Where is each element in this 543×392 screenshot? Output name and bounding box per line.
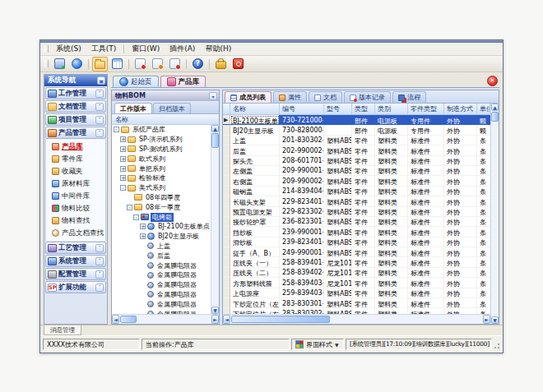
toolbar-monitor-button[interactable] [52, 57, 67, 71]
column-header-类别[interactable]: 类别 [375, 104, 408, 114]
toolbar-doc-import-button[interactable] [150, 57, 165, 71]
tree-scroll-thumb[interactable] [211, 133, 219, 148]
tree-hscroll-thumb[interactable] [120, 316, 137, 323]
expand-icon[interactable]: + [140, 224, 146, 229]
table-row[interactable]: 提手（A、B）249-990001-01E塑料ABS零件塑料类标准件外协条 [223, 247, 490, 257]
bom-tab-工作版本[interactable]: 工作版本 [114, 103, 152, 113]
table-row[interactable]: 预置电源支架229-823302-00E塑料ABS零件塑料类标准件外协条 [223, 207, 490, 217]
sidebar-item-零件库[interactable]: 零件库 [46, 153, 105, 165]
sidebar-section-文档管理[interactable]: 文档管理˅ [45, 100, 106, 113]
menu-item-4[interactable]: 帮助(H) [200, 43, 236, 55]
expand-icon[interactable]: + [120, 146, 126, 152]
column-header-制造方式[interactable]: 制造方式 [444, 104, 477, 114]
chevron-down-icon[interactable]: ˅ [95, 244, 104, 252]
grid-horizontal-scrollbar[interactable]: ◄ ► [223, 314, 490, 324]
message-manager-tab[interactable]: 消息管理 [44, 325, 81, 335]
expand-icon[interactable]: + [120, 136, 126, 142]
sidebar-section-工作管理[interactable]: 工作管理˅ [45, 87, 106, 99]
grid-hscroll-thumb[interactable] [231, 316, 330, 323]
bom-tab-归档版本[interactable]: 归档版本 [153, 103, 191, 113]
table-row[interactable]: 上电源座259-839403-00E塑料ABS零件塑料类标准件外协条 [223, 288, 490, 298]
sidebar-item-物料查找[interactable]: 物料查找 [46, 214, 105, 227]
chevron-down-icon[interactable]: ˅ [95, 90, 104, 98]
tree-node-金属膜电阻器[interactable]: 金属膜电阻器 [112, 261, 211, 270]
sidebar-item-产品文档查找[interactable]: 产品文档查找 [46, 227, 105, 239]
sidebar-section-扩展功能[interactable]: SP扩展功能˅ [45, 281, 106, 293]
sidebar-item-收藏夹[interactable]: 收藏夹 [46, 165, 105, 178]
tree-node-检验标准[interactable]: +检验标准 [112, 173, 211, 183]
nav-collapse-button[interactable]: ▣ [97, 76, 105, 85]
tree-horizontal-scrollbar[interactable]: ◄ ► [112, 314, 219, 324]
tree-node-BJ-2100主板单点[interactable]: +BJ-2100主板单点 [112, 222, 211, 232]
tree-node-后盖[interactable]: 后盖 [112, 251, 211, 261]
tree-node-08年四季度[interactable]: 08年四季度 [112, 193, 211, 203]
sidebar-section-项目管理[interactable]: 项目管理˅ [45, 113, 106, 126]
toolbar-lock-button[interactable] [213, 57, 229, 71]
table-row[interactable]: 长磁头支架229-823401-00E塑料ABS零件塑料类标准件外协条 [223, 196, 490, 206]
table-row[interactable]: BJ20主显示板730-828000-04E部件电源板专用件外协颗 [223, 125, 490, 135]
toolbar-exit-button[interactable] [230, 57, 246, 71]
grid-vertical-scrollbar[interactable]: ▲ ▼ [490, 104, 499, 324]
collapse-icon[interactable]: - [127, 205, 132, 210]
column-header-型号[interactable]: 型号 [324, 104, 352, 114]
table-row[interactable]: 挡纱板239-990001-01E塑料ABS零件塑料类标准件外协条 [223, 227, 490, 237]
tree-node-系统产品库[interactable]: -系统产品库 [112, 125, 211, 135]
tree-node-BJ20主显示板[interactable]: +BJ20主显示板 [112, 232, 211, 242]
table-row[interactable]: ▶BJ-2100主板单点730-721000-12E部件电源板专用件外协颗 [223, 115, 490, 125]
collapse-icon[interactable]: - [114, 127, 119, 132]
chevron-down-icon[interactable]: ˅ [95, 284, 104, 292]
collapse-icon[interactable]: - [133, 214, 139, 220]
column-header-编号[interactable]: 编号 [280, 104, 324, 114]
toolbar-globe-button[interactable] [69, 57, 85, 71]
column-header-零件类型[interactable]: 零件类型 [408, 104, 444, 114]
close-tab-icon[interactable]: ✕ [487, 76, 498, 86]
table-row[interactable]: 下纱定位片（左）283-830301-00E塑料ABS零件塑料类标准件外协条 [223, 298, 490, 308]
table-row[interactable]: 磁钢盖214-839404-01E塑料ABS零件塑料类标准件外协条 [223, 187, 490, 196]
table-row[interactable]: 后盖202-990002-01E塑料ABS零件塑料类标准件外协条 [223, 145, 490, 155]
tree-node-08年一季度[interactable]: -08年一季度 [112, 202, 211, 212]
resize-grip[interactable] [494, 339, 500, 349]
tree-node-金属膜电阻器[interactable]: 金属膜电阻器 [112, 280, 211, 290]
pin-icon[interactable]: ▾ [209, 92, 217, 100]
scroll-right-icon[interactable]: ► [211, 315, 219, 324]
chevron-down-icon[interactable]: ˅ [95, 103, 104, 111]
table-row[interactable]: 左侧盖209-990001-01E塑料ABS零件塑料类标准件外协条 [223, 166, 490, 176]
table-row[interactable]: 滑纱板239-823401-00E塑料ABS零件塑料类标准件外协条 [223, 238, 490, 247]
toolbar-help-button[interactable]: ? [190, 57, 206, 71]
menu-item-3[interactable]: 插件(A) [165, 43, 200, 55]
chevron-up-icon[interactable]: ˄ [95, 129, 104, 137]
expand-icon[interactable]: + [120, 156, 126, 162]
menu-item-2[interactable]: 窗口(W) [127, 43, 165, 55]
tree-node-SP-测试机系列[interactable]: +SP-测试机系列 [112, 145, 211, 154]
tree-column-header[interactable]: 名称 [112, 114, 219, 125]
scroll-up-icon[interactable]: ▲ [491, 104, 499, 111]
sidebar-section-系统管理[interactable]: 系统管理˅ [45, 255, 106, 267]
chevron-down-icon[interactable]: ˅ [95, 270, 104, 279]
column-header-类型[interactable]: 类型 [352, 104, 375, 114]
menu-item-1[interactable]: 工具(T) [86, 43, 122, 55]
tree-node-金属膜电阻器[interactable]: 金属膜电阻器 [112, 290, 211, 300]
tree-node-金属膜电阻器[interactable]: 金属膜电阻器 [112, 309, 211, 314]
tree-node-单把系列[interactable]: +单把系列 [112, 164, 211, 173]
expand-icon[interactable]: + [120, 175, 126, 181]
column-header-单位[interactable]: 单位 [477, 104, 490, 114]
table-row[interactable]: 接纱轮护罩236-823301-00E塑料ABS零件塑料类标准件外协条 [223, 217, 490, 227]
sidebar-section-工艺管理[interactable]: 工艺管理˅ [45, 242, 106, 254]
member-tab-版本记录[interactable]: 版本记录 [344, 91, 391, 103]
sidebar-section-产品管理[interactable]: 产品管理˄ [45, 127, 106, 139]
table-row[interactable]: 上盖201-830302-00E塑料ABS零件塑料类标准件外协条 [223, 136, 490, 145]
scroll-right-icon[interactable]: ► [483, 315, 490, 324]
sidebar-item-原材料库[interactable]: 原材料库 [46, 178, 105, 190]
sidebar-item-中间件库[interactable]: 中间件库 [46, 190, 105, 202]
scroll-down-icon[interactable]: ▼ [211, 307, 219, 314]
tree-vertical-scrollbar[interactable]: ▲ ▼ [211, 125, 219, 314]
chevron-down-icon[interactable]: ˅ [95, 116, 104, 124]
sidebar-section-配置管理[interactable]: 配置管理˅ [45, 268, 106, 280]
tree-node-上盖[interactable]: 上盖 [112, 242, 211, 251]
tree-node-欧式系列[interactable]: +欧式系列 [112, 154, 211, 164]
sidebar-item-物料比较[interactable]: 物料比较 [46, 202, 105, 214]
scroll-up-icon[interactable]: ▲ [211, 125, 219, 132]
table-row[interactable]: 方形塑料线箍258-839403-00E尼龙1010零件塑料类标准件外协条 [223, 278, 490, 288]
menu-item-0[interactable]: 系统(S) [51, 43, 86, 55]
tree-node-SP-演示机系列[interactable]: +SP-演示机系列 [112, 135, 211, 145]
